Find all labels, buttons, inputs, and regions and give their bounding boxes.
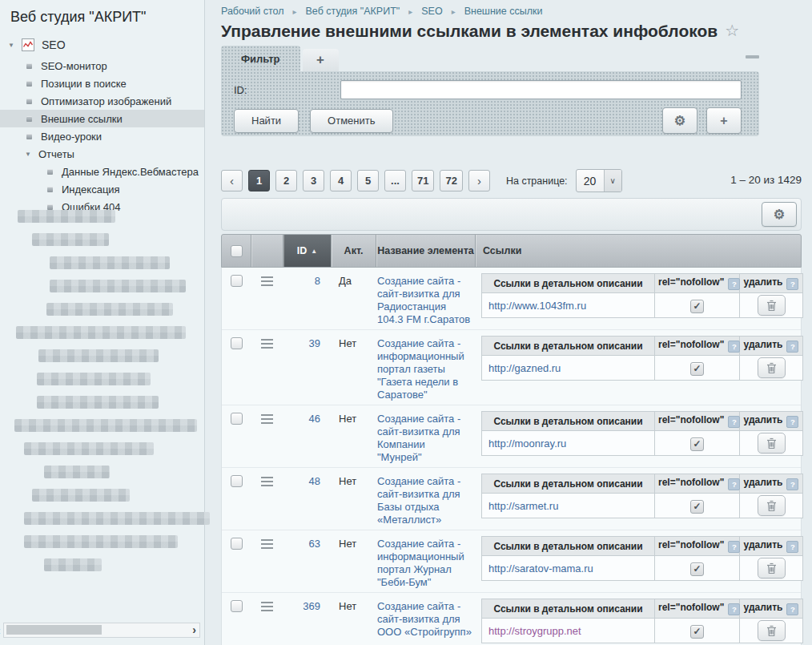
nofollow-checkbox[interactable]: ✓ <box>690 362 704 376</box>
help-icon[interactable]: ? <box>728 478 740 490</box>
add-filter-field-button[interactable]: + <box>706 107 742 134</box>
nofollow-checkbox[interactable]: ✓ <box>690 437 704 451</box>
row-checkbox[interactable] <box>231 538 243 550</box>
delete-button[interactable] <box>758 295 786 316</box>
row-checkbox[interactable] <box>231 275 243 287</box>
breadcrumb-link[interactable]: Веб студия "АКРИТ" <box>306 6 400 17</box>
sidebar-item-seo[interactable]: ▼ SEO <box>0 34 204 57</box>
sidebar-item[interactable]: Внешние ссылки <box>0 110 204 127</box>
filter-settings-button[interactable]: ⚙ <box>662 107 697 134</box>
favorite-star-icon[interactable]: ☆ <box>725 22 739 39</box>
delete-button[interactable] <box>758 433 786 454</box>
breadcrumb-link[interactable]: SEO <box>421 6 442 17</box>
expand-triangle-icon[interactable]: ▼ <box>8 42 18 49</box>
row-menu-icon[interactable] <box>261 276 273 329</box>
sidebar-horizontal-scrollbar[interactable]: › <box>3 623 200 638</box>
row-id-link[interactable]: 369 <box>303 600 320 612</box>
row-menu-icon[interactable] <box>261 414 273 467</box>
prev-page-button[interactable]: ‹ <box>221 170 243 191</box>
help-icon[interactable]: ? <box>786 278 798 290</box>
row-id-link[interactable]: 39 <box>309 337 320 349</box>
next-page-button[interactable]: › <box>468 170 490 191</box>
page-button[interactable]: 3 <box>303 170 324 191</box>
sidebar-item[interactable]: Оптимизатор изображений <box>0 92 204 110</box>
row-id-link[interactable]: 8 <box>315 275 320 287</box>
nofollow-checkbox[interactable]: ✓ <box>690 562 704 576</box>
help-icon[interactable]: ? <box>786 341 798 353</box>
delete-button[interactable] <box>758 357 786 378</box>
row-menu-icon[interactable] <box>261 602 273 645</box>
expand-triangle-icon[interactable]: ▼ <box>25 151 35 158</box>
breadcrumb-link[interactable]: Внешние ссылки <box>464 6 543 17</box>
nofollow-checkbox[interactable]: ✓ <box>690 625 704 639</box>
collapse-filter-icon[interactable] <box>746 55 759 58</box>
sidebar-item-reports[interactable]: ▼ Отчеты <box>0 145 204 163</box>
sidebar-item[interactable]: Видео-уроки <box>0 127 204 145</box>
row-checkbox[interactable] <box>231 413 243 425</box>
page-button[interactable]: 5 <box>357 170 379 191</box>
help-icon[interactable]: ? <box>728 541 740 553</box>
row-url-link[interactable]: http://sarmet.ru <box>488 500 558 512</box>
page-button[interactable]: 72 <box>440 170 462 191</box>
scroll-left-icon[interactable]: ‹ <box>0 624 1 637</box>
select-all-checkbox[interactable] <box>231 245 243 257</box>
help-icon[interactable]: ? <box>786 478 798 490</box>
page-ellipsis-button[interactable]: ... <box>384 170 406 191</box>
page-button[interactable]: 4 <box>330 170 352 191</box>
row-id-link[interactable]: 63 <box>309 538 320 550</box>
row-menu-icon[interactable] <box>261 477 273 530</box>
row-menu-icon[interactable] <box>261 539 273 592</box>
scrollbar-thumb[interactable] <box>6 625 102 635</box>
sidebar-item[interactable]: Позиции в поиске <box>0 75 204 92</box>
row-menu-icon[interactable] <box>261 339 273 405</box>
row-checkbox[interactable] <box>231 337 243 349</box>
row-checkbox[interactable] <box>231 600 243 612</box>
tab-filter[interactable]: Фильтр <box>221 46 300 71</box>
help-icon[interactable]: ? <box>786 603 798 615</box>
row-name-link[interactable]: Создание сайта - сайт-визитка для ООО «С… <box>377 600 472 638</box>
row-url-link[interactable]: http://saratov-mama.ru <box>488 562 593 574</box>
row-url-link[interactable]: http://www.1043fm.ru <box>488 300 586 312</box>
sidebar-subitem[interactable]: Индексация <box>0 180 204 198</box>
column-header-name[interactable]: Название элемента <box>376 235 475 267</box>
column-header-id[interactable]: ID▲ <box>283 235 331 267</box>
id-filter-input[interactable] <box>340 80 742 99</box>
help-icon[interactable]: ? <box>728 341 740 353</box>
sidebar-item[interactable]: SEO-монитор <box>0 57 204 75</box>
row-name-link[interactable]: Создание сайта - информационный портал Ж… <box>377 538 464 588</box>
sidebar-item-label: Позиции в поиске <box>41 78 127 90</box>
row-name-link[interactable]: Создание сайта - сайт-визитка для Радиос… <box>377 275 470 325</box>
cancel-button[interactable]: Отменить <box>310 109 392 133</box>
delete-button[interactable] <box>758 620 786 641</box>
column-header-active[interactable]: Акт. <box>331 235 376 267</box>
delete-button[interactable] <box>758 495 786 516</box>
subtable-header-detail-links: Ссылки в детальном описании <box>482 474 655 494</box>
row-id-link[interactable]: 46 <box>309 413 320 425</box>
row-name-link[interactable]: Создание сайта - информационный портал г… <box>377 337 464 401</box>
sidebar-subitem[interactable]: Данные Яндекс.Вебмастера <box>0 163 204 180</box>
breadcrumb-link[interactable]: Рабочий стол <box>221 6 283 17</box>
page-button[interactable]: 2 <box>275 170 297 191</box>
row-url-link[interactable]: http://stroygrupp.net <box>488 625 581 637</box>
row-url-link[interactable]: http://moonray.ru <box>488 437 566 449</box>
delete-button[interactable] <box>758 558 786 578</box>
nofollow-checkbox[interactable]: ✓ <box>690 500 704 514</box>
row-name-link[interactable]: Создание сайта - сайт-визитка для Базы о… <box>377 475 460 526</box>
find-button[interactable]: Найти <box>234 109 299 133</box>
help-icon[interactable]: ? <box>728 603 740 615</box>
row-id-link[interactable]: 48 <box>309 475 320 487</box>
row-name-link[interactable]: Создание сайта - сайт-визитка для Компан… <box>377 413 460 463</box>
help-icon[interactable]: ? <box>786 416 798 428</box>
add-filter-tab-button[interactable]: + <box>303 49 339 71</box>
page-button[interactable]: 1 <box>248 170 270 191</box>
help-icon[interactable]: ? <box>728 278 740 290</box>
grid-settings-button[interactable]: ⚙ <box>762 202 797 227</box>
row-checkbox[interactable] <box>231 475 243 487</box>
row-url-link[interactable]: http://gazned.ru <box>488 362 561 374</box>
page-button[interactable]: 71 <box>412 170 434 191</box>
scroll-right-icon[interactable]: › <box>192 623 196 637</box>
help-icon[interactable]: ? <box>786 541 798 553</box>
per-page-select[interactable]: 20 ∨ <box>576 169 622 192</box>
help-icon[interactable]: ? <box>728 416 740 428</box>
nofollow-checkbox[interactable]: ✓ <box>690 300 704 313</box>
